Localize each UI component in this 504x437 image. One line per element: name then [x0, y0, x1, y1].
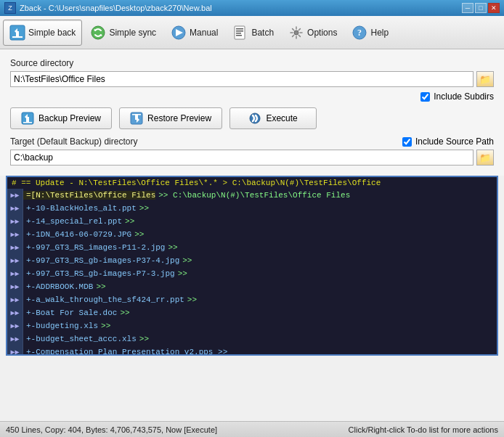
log-row-content: +-a_walk_through_the_sf424_rr.ppt	[23, 295, 184, 304]
log-row-dest: >>	[139, 335, 149, 343]
log-row-arrow: ▶▶	[7, 189, 23, 202]
manual-button[interactable]: Manual	[164, 20, 224, 46]
log-row-content: =[N:\TestFiles\Office Files	[23, 191, 155, 200]
status-left: 450 Lines, Copy: 404, Bytes: 4,706,743,5…	[6, 425, 217, 434]
title-bar-left: Z Zback - C:\Users\snapfiles\Desktop\zba…	[4, 2, 212, 14]
source-label: Source directory	[10, 58, 494, 68]
log-row-dest: >>	[187, 295, 197, 304]
svg-rect-2	[16, 31, 19, 37]
minimize-button[interactable]: ─	[462, 3, 473, 13]
close-button[interactable]: ✕	[488, 3, 500, 13]
backup-preview-icon	[21, 112, 34, 125]
manual-icon	[171, 25, 187, 41]
window-title: Zback - C:\Users\snapfiles\Desktop\zback…	[20, 4, 212, 12]
log-row-content: +-997_GT3_RS_images-P11-2.jpg	[23, 243, 165, 252]
log-row-arrow: ▶▶	[7, 346, 23, 354]
log-row-arrow: ▶▶	[7, 254, 23, 267]
simple-sync-icon	[90, 25, 106, 41]
log-row: ▶▶+-997_GT3_RS_images-P11-2.jpg>>	[7, 241, 497, 254]
target-input[interactable]	[10, 150, 473, 166]
app-icon: Z	[4, 2, 16, 14]
include-subdirs-checkbox[interactable]	[420, 92, 430, 102]
source-input-row: 📁	[10, 71, 494, 87]
log-row-content: +-budget_sheet_accc.xls	[23, 335, 137, 343]
include-source-path-row: Include Source Path	[402, 136, 494, 147]
log-row: ▶▶+-10-BlackHoles_alt.ppt>>	[7, 202, 497, 215]
target-input-row: 📁	[10, 150, 494, 166]
log-row-dest: >>	[178, 269, 187, 278]
log-row-content: +-Compensation_Plan_Presentation_v2.pps …	[23, 348, 227, 354]
svg-point-14	[294, 30, 298, 35]
svg-rect-19	[26, 117, 29, 122]
execute-label: Execute	[266, 113, 297, 123]
log-row: ▶▶+-a_walk_through_the_sf424_rr.ppt>>	[7, 293, 497, 306]
target-row: Target (Default Backup) directory Includ…	[10, 136, 494, 147]
log-row-arrow: ▶▶	[7, 215, 23, 228]
simple-sync-button[interactable]: Simple sync	[84, 20, 163, 46]
execute-button[interactable]: Execute	[229, 107, 317, 129]
status-bar: 450 Lines, Copy: 404, Bytes: 4,706,743,5…	[0, 421, 504, 437]
options-label: Options	[307, 28, 337, 38]
log-row: ▶▶+-997_GT3_RS_gb-images-P7-3.jpg>>	[7, 267, 497, 280]
log-row-dest: >>	[168, 243, 177, 252]
title-bar: Z Zback - C:\Users\snapfiles\Desktop\zba…	[0, 0, 504, 16]
backup-preview-label: Backup Preview	[38, 113, 101, 123]
log-row-arrow: ▶▶	[7, 280, 23, 293]
restore-preview-button[interactable]: Restore Preview	[119, 107, 222, 129]
execute-icon	[248, 112, 261, 125]
log-row-arrow: ▶▶	[7, 319, 23, 332]
log-row: ▶▶+-Compensation_Plan_Presentation_v2.pp…	[7, 346, 497, 354]
log-row-dest: >>	[134, 230, 144, 239]
include-source-path-checkbox[interactable]	[402, 137, 412, 147]
log-row-dest: >> C:\backup\N(#)\TestFiles\Office Files	[158, 191, 350, 200]
include-subdirs-label: Include Subdirs	[434, 91, 494, 102]
log-row-dest: >>	[182, 256, 192, 265]
batch-icon	[232, 25, 248, 41]
log-row-arrow: ▶▶	[7, 267, 23, 280]
svg-rect-11	[236, 30, 243, 32]
svg-rect-20	[23, 122, 32, 123]
simple-back-button[interactable]: Simple back	[3, 20, 82, 46]
log-row-arrow: ▶▶	[7, 332, 23, 346]
svg-rect-12	[236, 33, 241, 34]
svg-rect-24	[132, 114, 141, 115]
help-button[interactable]: ? Help	[345, 20, 395, 46]
log-row-content: +-1DN_6416-06-0729.JPG	[23, 230, 131, 239]
svg-rect-3	[12, 36, 23, 38]
log-row-dest: >>	[120, 309, 129, 317]
log-row-dest: >>	[96, 282, 105, 291]
log-row-content: +-10-BlackHoles_alt.ppt	[23, 204, 137, 213]
log-row: ▶▶+-budgeting.xls>>	[7, 319, 497, 332]
maximize-button[interactable]: □	[475, 3, 487, 13]
source-input[interactable]	[10, 71, 473, 87]
svg-rect-10	[236, 28, 243, 30]
log-row-content: +-budgeting.xls	[23, 322, 98, 330]
log-row-content: +-ADDRBOOK.MDB	[23, 282, 93, 291]
svg-rect-23	[135, 115, 138, 120]
backup-preview-button[interactable]: Backup Preview	[10, 107, 112, 129]
log-body[interactable]: ▶▶=[N:\TestFiles\Office Files>> C:\backu…	[7, 189, 497, 354]
batch-button[interactable]: Batch	[226, 20, 280, 46]
log-row-dest: >>	[139, 204, 149, 213]
restore-preview-label: Restore Preview	[147, 113, 211, 123]
status-right: Click/Right-click To-do list for more ac…	[349, 425, 498, 434]
simple-sync-label: Simple sync	[109, 28, 156, 38]
help-label: Help	[370, 28, 389, 38]
svg-point-4	[92, 26, 105, 39]
svg-rect-13	[236, 35, 242, 36]
log-row: ▶▶+-997_GT3_RS_gb-images-P37-4.jpg>>	[7, 254, 497, 267]
log-row-arrow: ▶▶	[7, 228, 23, 241]
options-button[interactable]: Options	[282, 20, 344, 46]
log-row-content: +-14_special_rel.ppt	[23, 217, 122, 226]
log-row-content: +-997_GT3_RS_gb-images-P37-4.jpg	[23, 256, 179, 265]
target-folder-button[interactable]: 📁	[476, 150, 494, 166]
source-folder-button[interactable]: 📁	[476, 71, 494, 87]
svg-text:?: ?	[357, 28, 362, 38]
log-row: ▶▶=[N:\TestFiles\Office Files>> C:\backu…	[7, 189, 497, 202]
include-source-path-label: Include Source Path	[415, 136, 494, 147]
manual-label: Manual	[190, 28, 218, 38]
log-row: ▶▶+-1DN_6416-06-0729.JPG>>	[7, 228, 497, 241]
toolbar: Simple back Simple sync Manual	[0, 16, 504, 49]
target-label: Target (Default Backup) directory	[10, 136, 137, 147]
log-header: # == Update - N:\TestFiles\Office Files\…	[7, 177, 497, 189]
